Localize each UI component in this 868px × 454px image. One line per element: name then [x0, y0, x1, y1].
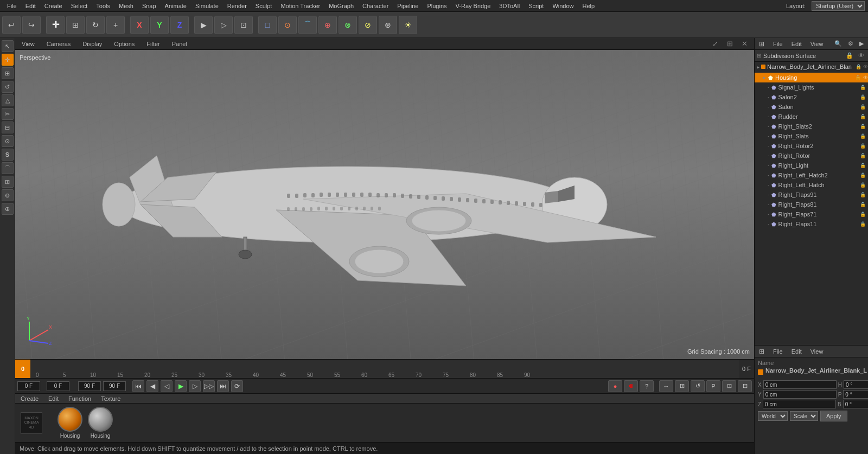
hier-item-right-left-hatch2[interactable]: · ⬟ Right_Left_Hatch2 🔒 — [755, 170, 868, 180]
loop-button[interactable]: ⟳ — [231, 380, 243, 392]
current-frame-marker[interactable]: 0 — [15, 360, 30, 378]
go-to-end-button[interactable]: ⏭ — [217, 380, 229, 392]
menu-script[interactable]: Script — [525, 2, 547, 10]
hier-search-icon[interactable]: 🔍 — [832, 39, 844, 48]
menu-sculpt[interactable]: Sculpt — [252, 2, 276, 10]
mat-menu-texture[interactable]: Texture — [99, 394, 123, 403]
scale-tool-button[interactable]: ⊞ — [2, 67, 14, 79]
menu-tools[interactable]: Tools — [92, 2, 114, 10]
vp-menu-display[interactable]: Display — [79, 40, 105, 48]
hier-item-right-rotor[interactable]: · ⬟ Right_Rotor 🔒 — [755, 151, 868, 161]
pivot-icon[interactable]: P — [706, 380, 720, 392]
redo-button[interactable]: ↪ — [22, 16, 41, 34]
material-housing-orange[interactable]: Housing — [58, 407, 82, 439]
surface-button[interactable]: ⊛ — [379, 16, 397, 34]
select-tool-button[interactable]: ↖ — [2, 40, 14, 52]
auto-key-button[interactable]: ⊗ — [624, 380, 638, 392]
step-forward-button[interactable]: ▷ — [189, 380, 201, 392]
transform-button[interactable]: + — [106, 16, 125, 34]
vp-close-icon[interactable]: ✕ — [738, 39, 751, 49]
menu-mograph[interactable]: MoGraph — [325, 2, 358, 10]
prev-keyframe-button[interactable]: ◀ — [146, 380, 158, 392]
menu-help[interactable]: Help — [579, 2, 599, 10]
hier-item-right-slats2[interactable]: · ⬟ Right_Slats2 🔒 — [755, 122, 868, 131]
z-input[interactable] — [763, 400, 836, 408]
rotate-tool-button[interactable]: ↺ — [2, 81, 14, 93]
menu-plugins[interactable]: Plugins — [423, 2, 450, 10]
mat-menu-edit[interactable]: Edit — [46, 394, 61, 403]
y-input[interactable] — [763, 390, 837, 399]
z-axis-button[interactable]: Z — [170, 16, 189, 34]
layout-dropdown[interactable]: Startup (User) — [812, 1, 865, 11]
move-tool-button[interactable]: ✛ — [2, 54, 14, 66]
menu-window[interactable]: Window — [548, 2, 577, 10]
loop-cut-tool[interactable]: ⊟ — [2, 122, 14, 133]
mode-icon[interactable]: ⊟ — [738, 380, 752, 392]
menu-animate[interactable]: Animate — [161, 2, 190, 10]
paint-tool-button[interactable]: ⊕ — [2, 203, 14, 215]
generator-button[interactable]: ⊘ — [359, 16, 377, 34]
hier-menu-edit[interactable]: Edit — [789, 40, 804, 48]
vp-menu-view[interactable]: View — [18, 40, 38, 48]
props-menu-edit[interactable]: Edit — [789, 347, 804, 356]
hier-item-rudder[interactable]: · ⬟ Rudder 🔒 — [755, 112, 868, 122]
menu-create[interactable]: Create — [41, 2, 66, 10]
knife-tool-button[interactable]: ✂ — [2, 108, 14, 120]
world-object-dropdown[interactable]: World Object — [758, 411, 788, 421]
menu-select[interactable]: Select — [67, 2, 92, 10]
fps-input[interactable] — [47, 381, 69, 391]
camera-tool-button[interactable]: ⊚ — [2, 189, 14, 201]
bend-tool-button[interactable]: ⌒ — [2, 162, 14, 174]
mat-menu-function[interactable]: Function — [66, 394, 93, 403]
hier-item-right-flaps91[interactable]: · ⬟ Right_Flaps91 🔒 — [755, 190, 868, 200]
deformer-button[interactable]: ⊕ — [318, 16, 337, 34]
paint-button[interactable]: ⊙ — [278, 16, 297, 34]
hier-arrow-icon[interactable]: ▶ — [857, 39, 866, 48]
move-button[interactable]: ✛ — [46, 16, 65, 34]
end-frame-input2[interactable] — [103, 381, 126, 391]
menu-snap[interactable]: Snap — [138, 2, 160, 10]
vp-menu-filter[interactable]: Filter — [143, 40, 163, 48]
render-button[interactable]: ▷ — [214, 16, 233, 34]
next-keyframe-button[interactable]: ▷▷ — [203, 380, 215, 392]
material-housing-gray[interactable]: Housing — [88, 407, 113, 439]
vp-arrange-icon[interactable]: ⊞ — [724, 39, 736, 49]
hier-item-signal-lights[interactable]: · ⬟ Signal_Lights 🔒 — [755, 82, 868, 92]
3d-viewport[interactable]: Perspective — [15, 50, 754, 359]
rotate-icon[interactable]: ↺ — [691, 380, 705, 392]
scale-dropdown[interactable]: Scale — [790, 411, 818, 421]
p-input[interactable] — [843, 390, 868, 399]
render-view-button[interactable]: ▶ — [194, 16, 213, 34]
menu-motion-tracker[interactable]: Motion Tracker — [277, 2, 324, 10]
timeline-scale[interactable]: 0 5 10 15 20 25 30 35 40 45 50 55 60 65 … — [30, 360, 739, 378]
menu-file[interactable]: File — [3, 2, 21, 10]
h-input[interactable] — [844, 380, 868, 389]
vp-expand-icon[interactable]: ⤢ — [709, 39, 722, 49]
go-to-start-button[interactable]: ⏮ — [132, 380, 144, 392]
material-brush-tool[interactable]: S — [2, 149, 14, 161]
b-input[interactable] — [843, 400, 868, 408]
menu-mesh[interactable]: Mesh — [115, 2, 137, 10]
hier-menu-file[interactable]: File — [771, 40, 785, 48]
apply-button[interactable]: Apply — [820, 411, 847, 421]
menu-vray[interactable]: V-Ray Bridge — [452, 2, 495, 10]
hier-item-right-left-hatch[interactable]: · ⬟ Right_Left_Hatch 🔒 — [755, 180, 868, 190]
spline-button[interactable]: ⌒ — [298, 16, 317, 34]
menu-render[interactable]: Render — [224, 2, 251, 10]
mat-menu-create[interactable]: Create — [18, 394, 41, 403]
menu-pipeline[interactable]: Pipeline — [393, 2, 422, 10]
hier-item-salon2[interactable]: · ⬟ Salon2 🔒 — [755, 92, 868, 102]
snap-grid-icon[interactable]: ⊡ — [722, 380, 736, 392]
current-frame-input[interactable] — [17, 381, 40, 391]
end-frame-input1[interactable] — [78, 381, 101, 391]
translate-icon[interactable]: ↔ — [659, 380, 673, 392]
hier-item-right-rotor2[interactable]: · ⬟ Right_Rotor2 🔒 — [755, 141, 868, 151]
hier-item-salon[interactable]: · ⬟ Salon 🔒 — [755, 102, 868, 112]
hierarchy-parent-item[interactable]: ▸ Narrow_Body_Jet_Airliner_Blan 🔒 👁 — [755, 62, 868, 72]
hier-menu-view[interactable]: View — [808, 40, 826, 48]
y-axis-button[interactable]: Y — [150, 16, 169, 34]
scale-icon[interactable]: ⊞ — [675, 380, 689, 392]
hier-item-right-light[interactable]: · ⬟ Right_Light 🔒 — [755, 161, 868, 170]
step-back-button[interactable]: ◁ — [161, 380, 173, 392]
vp-menu-panel[interactable]: Panel — [169, 40, 190, 48]
